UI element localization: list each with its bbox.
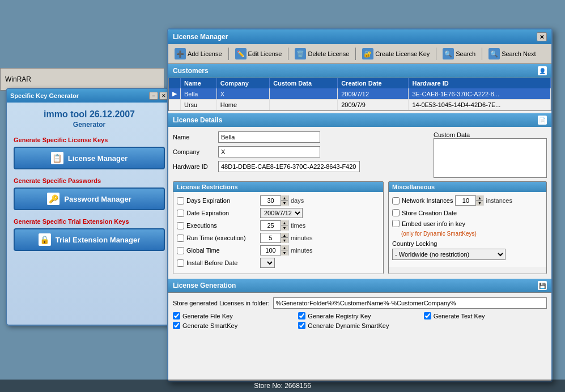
generate-smartkey-label: Generate SmartKey [182,322,237,329]
name-label: Name [173,134,218,140]
network-instances-label: Network Instances [402,197,453,204]
license-manager-label: License Manager [68,154,128,163]
watermark: Store No: 2668156 [0,380,565,392]
hardware-id-input[interactable] [218,161,360,172]
company-label: Company [173,148,218,155]
global-time-down[interactable]: ▼ [281,250,288,255]
password-manager-icon: 🔑 [47,193,60,205]
edit-license-button[interactable]: ✏️ Edit License [231,46,286,62]
table-row[interactable]: Ursu Home 2009/7/9 14-0E53-1045-14D4-42D… [169,100,551,110]
run-time-checkbox[interactable] [177,235,184,242]
run-time-spin: ▲ ▼ [260,233,288,243]
executions-up[interactable]: ▲ [281,220,288,225]
global-time-spin: ▲ ▼ [260,245,288,255]
generate-smartkey-checkbox[interactable] [173,322,180,329]
days-expiration-up[interactable]: ▲ [281,195,288,201]
global-time-checkbox[interactable] [177,247,184,254]
password-manager-label: Password Manager [64,195,131,203]
date-expiration-checkbox[interactable] [177,210,184,217]
col-custom-data: Custom Data [270,78,338,88]
generate-registry-key-item: Generate Registry Key [298,312,421,319]
section3-label: Generate Specific Trial Extension Keys [14,218,165,225]
custom-data-textarea[interactable] [434,138,547,178]
license-details-icon: 📄 [538,116,547,125]
license-manager-icon: 📋 [51,152,63,164]
license-gen-label: License Generation [173,282,236,289]
network-instances-up[interactable]: ▲ [476,195,483,201]
toolbar-separator-5 [482,48,482,60]
network-instances-down[interactable]: ▼ [476,201,483,206]
add-license-button[interactable]: ➕ Add License [171,46,226,62]
network-instances-input[interactable] [456,196,475,205]
col-creation-date: Creation Date [338,78,409,88]
date-expiration-select[interactable]: 2009/7/12 [260,208,303,218]
generate-registry-key-checkbox[interactable] [298,312,305,319]
delete-license-button[interactable]: 🗑️ Delete License [291,46,353,62]
search-label: Search [456,50,475,57]
app-subtitle: Generator [14,121,165,129]
run-time-unit: minutes [291,235,313,241]
minimize-button[interactable]: − [149,92,158,100]
row-creation-date: 2009/7/9 [338,100,409,110]
generate-smartkey-item: Generate SmartKey [173,322,296,329]
run-time-row: Run Time (execution) ▲ ▼ minutes [177,233,380,243]
country-locking-select[interactable]: - Worldwide (no restriction) [392,249,505,260]
company-input[interactable] [218,146,320,157]
license-close-button[interactable]: ✕ [537,32,547,41]
network-instances-checkbox[interactable] [392,197,400,204]
executions-input[interactable] [261,221,281,230]
search-next-button[interactable]: 🔍 Search Next [485,46,540,62]
days-expiration-row: Days Expiration ▲ ▼ days [177,195,380,206]
trial-extension-button[interactable]: 🔒 Trial Extension Manager [14,228,165,251]
install-before-checkbox[interactable] [177,259,184,267]
executions-down[interactable]: ▼ [281,225,288,231]
global-time-input[interactable] [261,246,281,255]
embed-user-checkbox[interactable] [392,220,400,227]
run-time-label: Run Time (execution) [186,235,260,241]
table-row[interactable]: ▶ Bella X 2009/7/12 3E-CAE8-1E76-370C-A2… [169,88,551,100]
watermark-text: Store No: 2668156 [254,382,311,390]
run-time-input[interactable] [261,233,281,242]
row-custom-data [270,88,338,100]
winrar-window: WinRAR [0,68,164,91]
executions-spin-btns: ▲ ▼ [281,220,288,231]
run-time-down[interactable]: ▼ [281,238,288,243]
search-button[interactable]: 🔍 Search [439,46,479,62]
generate-text-key-item: Generate Text Key [424,312,547,319]
customers-table-container: Name Company Custom Data Creation Date H… [168,78,551,111]
days-expiration-input[interactable] [261,196,281,205]
global-time-up[interactable]: ▲ [281,245,288,250]
name-input[interactable] [218,131,320,143]
row-name: Bella [181,88,217,100]
global-time-unit: minutes [291,247,313,254]
network-instances-row: Network Instances ▲ ▼ instances [392,195,543,206]
col-indicator [169,78,181,88]
generate-text-key-checkbox[interactable] [424,312,431,319]
days-expiration-checkbox[interactable] [177,197,184,204]
license-window: License Manager ✕ ➕ Add License ✏️ Edit … [167,28,553,382]
col-company: Company [216,78,270,88]
create-license-key-button[interactable]: 🔐 Create License Key [358,46,434,62]
run-time-up[interactable]: ▲ [281,233,288,238]
store-creation-row: Store Creation Date [392,209,543,216]
license-manager-button[interactable]: 📋 License Manager [14,147,165,169]
generate-dynamic-smartkey-item: Generate Dynamic SmartKey [298,322,421,329]
store-creation-label: Store Creation Date [402,210,457,216]
executions-checkbox[interactable] [177,222,184,229]
company-row: Company [173,146,429,157]
row-company: X [216,88,270,100]
run-time-spin-btns: ▲ ▼ [281,233,288,243]
days-expiration-down[interactable]: ▼ [281,201,288,206]
store-creation-checkbox[interactable] [392,209,400,216]
global-time-spin-btns: ▲ ▼ [281,245,288,255]
password-manager-button[interactable]: 🔑 Password Manager [14,188,165,210]
toolbar: ➕ Add License ✏️ Edit License 🗑️ Delete … [168,44,551,64]
install-before-select[interactable] [260,258,275,268]
license-window-title: License Manager [173,33,228,41]
generate-file-key-checkbox[interactable] [173,312,180,319]
network-instances-spin-btns: ▲ ▼ [475,195,483,206]
executions-spin: ▲ ▼ [260,220,288,231]
generate-dynamic-smartkey-checkbox[interactable] [298,322,305,329]
search-next-icon: 🔍 [488,48,500,59]
gen-folder-input[interactable] [273,297,547,309]
